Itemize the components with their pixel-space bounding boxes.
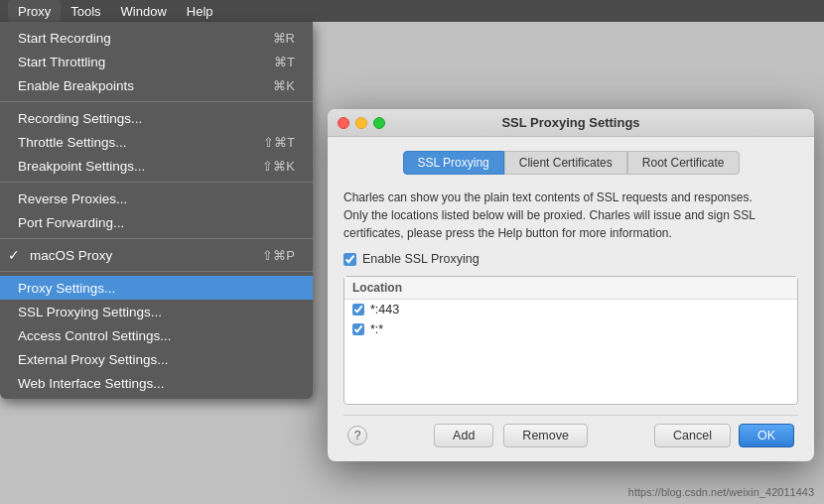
menubar: Proxy Tools Window Help [0,0,824,22]
menu-item-access-control-settings[interactable]: Access Control Settings... [0,323,313,347]
minimize-button[interactable] [355,117,367,129]
tab-ssl-proxying[interactable]: SSL Proxying [403,151,504,175]
tab-bar: SSL Proxying Client Certificates Root Ce… [343,151,798,175]
location-row-2: *:* [344,319,797,339]
dialog-body: SSL Proxying Client Certificates Root Ce… [328,137,814,461]
tab-client-certificates[interactable]: Client Certificates [504,151,627,175]
menu-item-breakpoint-settings[interactable]: Breakpoint Settings... ⇧⌘K [0,154,313,178]
dialog-title: SSL Proxying Settings [501,115,639,130]
menu-window[interactable]: Window [111,0,177,22]
enable-ssl-row: Enable SSL Proxying [343,252,798,266]
menu-item-macos-proxy[interactable]: ✓ macOS Proxy ⇧⌘P [0,243,313,267]
maximize-button[interactable] [373,117,385,129]
menu-item-enable-breakpoints[interactable]: Enable Breakpoints ⌘K [0,73,313,97]
location-header: Location [344,277,797,300]
location-value-2: *:* [370,322,383,336]
location-row-1: *:443 [344,300,797,319]
menu-item-port-forwarding[interactable]: Port Forwarding... [0,210,313,234]
menu-item-ssl-proxying-settings[interactable]: SSL Proxying Settings... [0,300,313,323]
enable-ssl-label: Enable SSL Proxying [362,252,480,266]
help-button[interactable]: ? [347,426,367,445]
dialog-description: Charles can show you the plain text cont… [343,189,798,242]
menu-item-web-interface-settings[interactable]: Web Interface Settings... [0,371,313,395]
location-value-1: *:443 [370,303,399,316]
separator-4 [0,271,313,272]
enable-ssl-checkbox[interactable] [343,253,356,266]
menu-item-external-proxy-settings[interactable]: External Proxy Settings... [0,347,313,371]
proxy-dropdown-menu: Start Recording ⌘R Start Throttling ⌘T E… [0,22,313,399]
add-remove-buttons: Add Remove [434,424,588,447]
ssl-proxying-dialog: SSL Proxying Settings SSL Proxying Clien… [328,109,814,461]
location-table: Location *:443 *:* [343,276,798,405]
menu-tools[interactable]: Tools [61,0,110,22]
ok-button[interactable]: OK [739,424,794,447]
location-checkbox-2[interactable] [352,323,364,335]
menu-proxy[interactable]: Proxy [8,0,61,22]
menu-item-throttle-settings[interactable]: Throttle Settings... ⇧⌘T [0,130,313,154]
menu-item-start-throttling[interactable]: Start Throttling ⌘T [0,50,313,73]
menu-item-reverse-proxies[interactable]: Reverse Proxies... [0,187,313,210]
cancel-button[interactable]: Cancel [654,424,731,447]
menu-item-proxy-settings[interactable]: Proxy Settings... [0,276,313,300]
menu-item-recording-settings[interactable]: Recording Settings... [0,106,313,130]
watermark: https://blog.csdn.net/weixin_42011443 [628,486,814,498]
cancel-ok-buttons: Cancel OK [654,424,794,447]
separator-2 [0,182,313,183]
traffic-lights [338,117,385,129]
separator-3 [0,238,313,239]
tab-root-certificate[interactable]: Root Certificate [627,151,740,175]
add-button[interactable]: Add [434,424,493,447]
menu-item-start-recording[interactable]: Start Recording ⌘R [0,26,313,50]
menu-help[interactable]: Help [177,0,223,22]
close-button[interactable] [338,117,349,129]
separator-1 [0,101,313,102]
remove-button[interactable]: Remove [503,424,588,447]
dialog-titlebar: SSL Proxying Settings [328,109,814,137]
location-checkbox-1[interactable] [352,304,364,315]
dialog-actions: ? Add Remove Cancel OK [343,415,798,451]
